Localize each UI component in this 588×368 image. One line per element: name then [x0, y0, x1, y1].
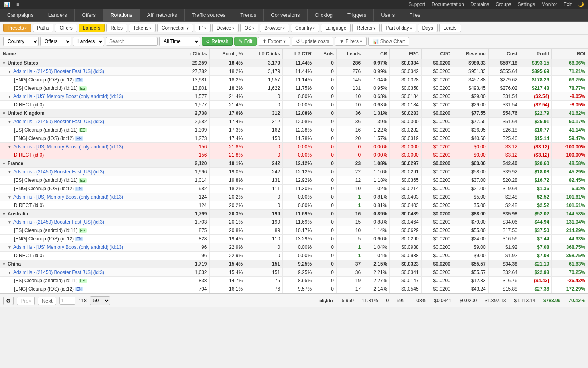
collapse-btn[interactable]: ▼	[8, 220, 12, 224]
row-name[interactable]: Adsimilis - (21450) Booster Fast [US] (i…	[13, 69, 104, 74]
nav-files[interactable]: Files	[402, 9, 428, 21]
nav-rotations[interactable]: Rotations	[103, 9, 140, 21]
col-cpc[interactable]: CPC	[421, 49, 453, 59]
leads-btn[interactable]: Leads	[439, 24, 461, 32]
collapse-btn[interactable]: ▼	[8, 270, 12, 275]
refresh-button[interactable]: ⟳ Refresh	[202, 37, 233, 46]
settings-gear-button[interactable]: ⚙	[3, 297, 14, 305]
row-name[interactable]: Adsimilis - [US] Memory Boost (only andr…	[13, 144, 123, 150]
row-name[interactable]: Adsimilis - [US] Memory Boost (only andr…	[13, 194, 123, 200]
group-by-select[interactable]: Country Campaign Offer Lander Path OS De…	[3, 37, 39, 46]
col-lp-ctr[interactable]: LP CTR	[283, 49, 314, 59]
groups-link[interactable]: Groups	[495, 2, 511, 7]
third-group-select[interactable]: Landers Offers None	[73, 37, 104, 46]
col-roi[interactable]: ROI	[552, 49, 588, 59]
search-input[interactable]	[106, 37, 158, 46]
days-btn[interactable]: Days	[418, 24, 438, 32]
support-link[interactable]: Support	[408, 2, 425, 7]
col-cost[interactable]: Cost	[488, 49, 520, 59]
page-number-input[interactable]	[59, 297, 75, 305]
col-revenue[interactable]: Revenue	[453, 49, 488, 59]
next-page-button[interactable]: Next	[38, 297, 56, 305]
col-bots[interactable]: Bots	[314, 49, 337, 59]
exit-link[interactable]: Exit	[564, 2, 572, 7]
per-page-select[interactable]: 25 50 100 200	[90, 296, 110, 305]
scroll-cell: 20.3%	[209, 210, 245, 218]
app-icon: 📊	[4, 2, 10, 7]
rules-btn[interactable]: Rules	[106, 24, 127, 32]
collapse-btn[interactable]: ▼	[8, 195, 12, 199]
nav-landers[interactable]: Landers	[41, 9, 75, 21]
row-name[interactable]: Adsimilis - (21450) Booster Fast [US] (i…	[13, 169, 104, 175]
update-costs-button[interactable]: ↺ Update costs	[292, 37, 333, 46]
col-leads[interactable]: Leads	[336, 49, 363, 59]
collapse-btn[interactable]: ▼	[2, 212, 6, 216]
collapse-btn[interactable]: ▼	[8, 69, 12, 74]
col-lp-clicks[interactable]: LP Clicks	[245, 49, 283, 59]
collapse-btn[interactable]: ▼	[2, 61, 6, 65]
col-clicks[interactable]: ↓ Clicks	[177, 49, 209, 59]
nav-aff-networks[interactable]: Aff. networks	[140, 9, 185, 21]
domains-link[interactable]: Domains	[470, 2, 489, 7]
collapse-btn[interactable]: ▼	[8, 120, 12, 124]
os-btn[interactable]: OS	[240, 24, 258, 32]
nav-offers[interactable]: Offers	[75, 9, 103, 21]
nav-conversions[interactable]: Conversions	[264, 9, 307, 21]
row-name[interactable]: Adsimilis - (21450) Booster Fast [US] (i…	[13, 119, 104, 124]
country-btn[interactable]: Country	[291, 24, 319, 32]
row-name[interactable]: Adsimilis - (21450) Booster Fast [US] (i…	[13, 219, 104, 225]
row-name[interactable]: Adsimilis - (21450) Booster Fast [US] (i…	[13, 270, 104, 275]
collapse-btn[interactable]: ▼	[2, 111, 6, 116]
time-range-select[interactable]: All Time Today Yesterday Last 7 days Las…	[159, 37, 200, 46]
paths-btn[interactable]: Paths	[33, 24, 54, 32]
row-name[interactable]: Adsimilis - [US] Memory Boost (only andr…	[13, 94, 123, 99]
prev-page-button[interactable]: Prev	[17, 297, 35, 305]
nav-campaigns[interactable]: Campaigns	[0, 9, 41, 21]
collapse-btn[interactable]: ▼	[8, 245, 12, 250]
leads-cell: 286	[336, 59, 363, 67]
menu-icon[interactable]: ≡	[16, 2, 19, 7]
collapse-btn[interactable]: ▼	[8, 145, 12, 149]
dark-mode-icon[interactable]: 🌙	[578, 2, 584, 7]
profit-cell: $217.43	[520, 84, 551, 92]
collapse-btn[interactable]: ▼	[8, 170, 12, 174]
col-profit[interactable]: Profit	[520, 49, 551, 59]
documentation-link[interactable]: Documentation	[432, 2, 464, 7]
collapse-btn[interactable]: ▼	[2, 161, 6, 166]
monitor-link[interactable]: Monitor	[541, 2, 557, 7]
row-name[interactable]: Adsimilis - [US] Memory Boost (only andr…	[13, 244, 123, 250]
referer-btn[interactable]: Referer	[352, 24, 380, 32]
ip-btn[interactable]: IP	[195, 24, 211, 32]
browser-btn[interactable]: Browser	[260, 24, 289, 32]
lp-clicks-cell: 162	[245, 126, 283, 134]
language-btn[interactable]: Language	[321, 24, 351, 32]
col-cr[interactable]: CR	[363, 49, 390, 59]
settings-link[interactable]: Settings	[518, 2, 535, 7]
landers-btn[interactable]: Landers	[79, 24, 105, 32]
device-btn[interactable]: Device	[212, 24, 239, 32]
part-of-day-btn[interactable]: Part of day	[381, 24, 416, 32]
nav-users[interactable]: Users	[374, 9, 402, 21]
tokens-btn[interactable]: Tokens	[129, 24, 156, 32]
show-chart-button[interactable]: 📊 Show Chart	[368, 37, 409, 46]
nav-clicklog[interactable]: Clicklog	[308, 9, 341, 21]
edit-button[interactable]: ✎ Edit	[234, 37, 257, 46]
collapse-btn[interactable]: ▼	[8, 94, 12, 99]
presets-btn[interactable]: Presets	[3, 24, 31, 32]
export-button[interactable]: ⬆ Export ▾	[258, 37, 290, 46]
connection-btn[interactable]: Connection	[157, 24, 193, 32]
filters-button[interactable]: ▼ Filters ▾	[335, 37, 367, 46]
nav-traffic-sources[interactable]: Traffic sources	[185, 9, 233, 21]
col-scroll[interactable]: Scroll, %	[209, 49, 245, 59]
secondary-group-select[interactable]: Offers Landers Paths	[40, 37, 71, 46]
nav-trends[interactable]: Trends	[233, 9, 264, 21]
collapse-btn[interactable]: ▼	[2, 262, 6, 266]
bots-cell: 0	[314, 201, 337, 210]
clicks-cell: 1,703	[177, 218, 209, 226]
offers-btn[interactable]: Offers	[55, 24, 77, 32]
lp-clicks-cell: 242	[245, 159, 283, 168]
col-name[interactable]: Name	[0, 49, 177, 59]
name-cell: ▼Adsimilis - [US] Memory Boost (only and…	[0, 92, 177, 101]
col-epc[interactable]: EPC	[390, 49, 421, 59]
nav-triggers[interactable]: Triggers	[340, 9, 374, 21]
